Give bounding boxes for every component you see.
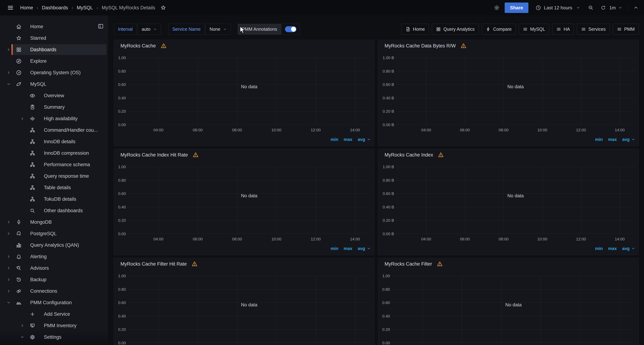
warning-icon[interactable] xyxy=(438,152,444,158)
sidebar-item-mongodb[interactable]: MongoDB xyxy=(0,216,108,228)
legend-calc-link[interactable]: max xyxy=(344,246,352,251)
plot-area[interactable]: No data xyxy=(392,276,635,343)
link-query-analytics-button[interactable]: Query Analytics xyxy=(432,24,479,35)
legend-calc-link[interactable]: avg xyxy=(358,246,365,251)
breadcrumb-dashboards[interactable]: Dashboards xyxy=(42,5,68,10)
sidebar-item-add-service[interactable]: Add Service xyxy=(0,308,108,320)
warning-icon[interactable] xyxy=(160,43,167,49)
sidebar-item-innodb-compression[interactable]: InnoDB compression xyxy=(0,147,108,159)
service-name-dropdown[interactable]: None xyxy=(206,24,231,35)
chevron-right-icon[interactable] xyxy=(4,231,14,236)
pmm-annotations-toggle[interactable] xyxy=(282,24,300,35)
sidebar-item-explore[interactable]: Explore xyxy=(0,55,108,67)
chevron-right-icon[interactable] xyxy=(4,278,14,282)
chevron-right-icon[interactable] xyxy=(17,324,27,328)
share-button[interactable]: Share xyxy=(505,2,528,13)
sidebar-item-advisors[interactable]: Advisors xyxy=(0,262,108,274)
menu-toggle-icon[interactable] xyxy=(6,3,16,13)
sidebar-item-alerting[interactable]: Alerting xyxy=(0,251,108,262)
legend-calc-link[interactable]: avg xyxy=(622,137,630,142)
interval-label[interactable]: Interval xyxy=(114,24,137,35)
panel-title[interactable]: MyRocks Cache Index xyxy=(384,152,433,158)
service-name-label[interactable]: Service Name xyxy=(168,24,205,35)
chevron-down-icon xyxy=(576,6,580,10)
legend-calc-link[interactable]: min xyxy=(331,246,338,251)
chevron-right-icon[interactable] xyxy=(17,116,27,121)
sidebar-item-other-dashboards[interactable]: Other dashboards xyxy=(0,205,108,216)
plot-area[interactable]: No data xyxy=(128,167,370,234)
panel-title[interactable]: MyRocks Cache Index Hit Rate xyxy=(120,152,188,158)
sidebar-item-tokudb-details[interactable]: TokuDB details xyxy=(0,193,108,205)
sidebar-item-starred[interactable]: Starred xyxy=(0,32,108,44)
dashboard-settings-gear-icon[interactable] xyxy=(494,5,500,10)
chevron-right-icon[interactable] xyxy=(4,47,14,52)
kiosk-caret-up-icon[interactable] xyxy=(633,5,638,10)
link-pmm-button[interactable]: PMM xyxy=(613,24,639,35)
refresh-icon[interactable] xyxy=(601,5,606,10)
link-services-button[interactable]: Services xyxy=(577,24,610,35)
panel-title[interactable]: MyRocks Cache Filter xyxy=(384,261,432,267)
chevron-down-icon[interactable] xyxy=(4,301,14,305)
plot-area[interactable]: No data xyxy=(396,58,635,124)
dashboard-toolbar: Interval auto Service Name None PMM Anno… xyxy=(114,24,644,35)
sidebar-item-home[interactable]: Home xyxy=(0,21,108,32)
favorite-star-icon[interactable] xyxy=(160,5,166,10)
sidebar-item-settings[interactable]: Settings xyxy=(0,331,108,343)
panel-title[interactable]: MyRocks Cache Data Bytes R/W xyxy=(384,43,456,49)
sidebar-item-metrics-resolution[interactable]: Metrics Resolution xyxy=(0,343,108,345)
chevron-right-icon[interactable] xyxy=(4,220,14,224)
legend-calc-link[interactable]: min xyxy=(595,137,603,142)
sidebar-item-performance-schema[interactable]: Performance schema xyxy=(0,159,108,170)
zoom-out-icon[interactable] xyxy=(588,5,594,10)
plot-area[interactable]: No data xyxy=(128,58,370,124)
plot-area[interactable]: No data xyxy=(128,276,370,343)
warning-icon[interactable] xyxy=(192,261,198,267)
link-ha-button[interactable]: HA xyxy=(552,24,574,35)
legend-calc-link[interactable]: min xyxy=(595,246,603,251)
legend-calc-link[interactable]: max xyxy=(608,246,617,251)
refresh-interval-dropdown[interactable]: 1m xyxy=(609,5,622,10)
panel-title[interactable]: MyRocks Cache Filter Hit Rate xyxy=(120,261,187,267)
sidebar-item-overview[interactable]: Overview xyxy=(0,90,108,101)
legend-calc-link[interactable]: avg xyxy=(622,246,630,251)
sidebar-item-dashboards[interactable]: Dashboards xyxy=(0,44,108,55)
legend-calc-link[interactable]: max xyxy=(344,137,352,142)
warning-icon[interactable] xyxy=(460,43,466,49)
chevron-right-icon[interactable] xyxy=(4,254,14,259)
panel-title[interactable]: MyRocks Cache xyxy=(120,43,156,49)
chevron-down-icon[interactable] xyxy=(4,82,14,86)
chevron-right-icon[interactable] xyxy=(4,266,14,270)
sidebar-item-connections[interactable]: Connections xyxy=(0,285,108,297)
sidebar-item-pmm-inventory[interactable]: PMM Inventory xyxy=(0,320,108,331)
sidebar-item-postgresql[interactable]: PostgreSQL xyxy=(0,228,108,239)
plot-area[interactable]: No data xyxy=(396,167,635,234)
link-mysql-button[interactable]: MySQL xyxy=(519,24,549,35)
link-compare-button[interactable]: Compare xyxy=(482,24,516,35)
chevron-right-icon[interactable] xyxy=(4,70,14,75)
warning-icon[interactable] xyxy=(437,261,443,267)
sidebar-item-backup[interactable]: Backup xyxy=(0,274,108,285)
rings-icon xyxy=(14,288,24,294)
sidebar-item-operating-system[interactable]: Operating System (OS) xyxy=(0,67,108,78)
sidebar-item-query-analytics[interactable]: Query Analytics (QAN) xyxy=(0,239,108,251)
breadcrumb-mysql[interactable]: MySQL xyxy=(77,5,93,10)
sidebar-item-command-handler-counters[interactable]: Command/Handler cou... xyxy=(0,124,108,136)
link-home-button[interactable]: Home xyxy=(402,24,429,35)
sidebar-item-pmm-configuration[interactable]: PMM Configuration xyxy=(0,297,108,308)
time-range-picker[interactable]: Last 12 hours xyxy=(533,5,583,10)
legend-calc-link[interactable]: max xyxy=(608,137,617,142)
sidebar-item-query-response-time[interactable]: Query response time xyxy=(0,170,108,182)
sidebar-item-mysql[interactable]: MySQL xyxy=(0,78,108,90)
sidebar-item-table-details[interactable]: Table details xyxy=(0,182,108,193)
chevron-right-icon[interactable] xyxy=(4,289,14,293)
legend-calc-link[interactable]: avg xyxy=(358,137,365,142)
interval-dropdown[interactable]: auto xyxy=(138,24,161,35)
legend-calc-link[interactable]: min xyxy=(331,137,338,142)
breadcrumb-home[interactable]: Home xyxy=(20,5,33,10)
toggle-switch[interactable] xyxy=(285,26,296,32)
sidebar-item-high-availability[interactable]: High availability xyxy=(0,113,108,124)
warning-icon[interactable] xyxy=(192,152,199,158)
sidebar-item-summary[interactable]: Summary xyxy=(0,101,108,113)
sidebar-item-innodb-details[interactable]: InnoDB details xyxy=(0,136,108,147)
chevron-down-icon[interactable] xyxy=(17,335,27,339)
